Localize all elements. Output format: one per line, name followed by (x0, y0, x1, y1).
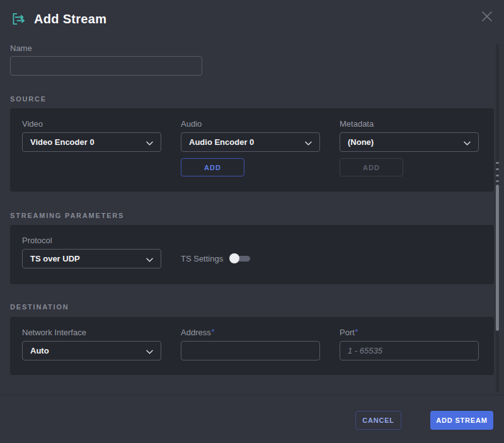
address-label: Address* (181, 328, 320, 337)
metadata-selected-value: (None) (348, 137, 374, 147)
metadata-column: Metadata (None) ADD (340, 119, 479, 176)
protocol-select[interactable]: TS over UDP (22, 249, 161, 268)
ts-settings-group: TS Settings (181, 253, 250, 263)
scrollbar-dot (496, 168, 499, 170)
audio-column: Audio Audio Encoder 0 ADD (181, 119, 320, 176)
metadata-select[interactable]: (None) (340, 132, 479, 152)
port-label: Port* (340, 328, 479, 337)
ts-settings-toggle[interactable] (229, 253, 250, 263)
toggle-knob (229, 253, 239, 263)
video-column: Video Video Encoder 0 (22, 119, 161, 176)
dialog-footer: CANCEL ADD STREAM (0, 394, 504, 443)
add-metadata-button-disabled: ADD (340, 158, 403, 176)
stream-output-icon (10, 11, 26, 27)
address-input[interactable] (181, 341, 320, 360)
audio-encoder-selected-value: Audio Encoder 0 (189, 137, 254, 147)
protocol-column: Protocol TS over UDP (22, 236, 161, 268)
address-required-asterisk: * (212, 328, 215, 337)
name-input[interactable] (10, 56, 202, 76)
video-encoder-selected-value: Video Encoder 0 (30, 137, 94, 147)
port-input[interactable] (340, 341, 479, 360)
name-label: Name (10, 43, 494, 53)
destination-panel: Network Interface Auto Address* Port* (10, 317, 494, 375)
add-stream-button[interactable]: ADD STREAM (430, 411, 493, 430)
audio-encoder-select[interactable]: Audio Encoder 0 (181, 132, 320, 152)
network-interface-label: Network Interface (22, 328, 161, 337)
port-required-asterisk: * (355, 328, 358, 337)
add-audio-button[interactable]: ADD (181, 158, 244, 176)
scrollbar-dot (496, 180, 499, 182)
streaming-parameters-panel: Protocol TS over UDP TS Settings (10, 225, 494, 284)
chevron-down-icon (305, 137, 312, 148)
protocol-label: Protocol (22, 236, 161, 245)
video-encoder-select[interactable]: Video Encoder 0 (22, 132, 161, 152)
dialog-header: Add Stream (10, 0, 494, 27)
source-panel: Video Video Encoder 0 Audio Audio Encode… (10, 108, 494, 192)
scrollbar-dot (496, 162, 499, 164)
network-interface-select[interactable]: Auto (22, 341, 161, 360)
ts-settings-label: TS Settings (181, 254, 223, 263)
audio-label: Audio (181, 119, 320, 129)
protocol-selected-value: TS over UDP (30, 254, 80, 263)
destination-section-heading: DESTINATION (10, 304, 494, 311)
network-interface-column: Network Interface Auto (22, 328, 161, 360)
chevron-down-icon (146, 137, 153, 148)
chevron-down-icon (146, 253, 153, 265)
close-icon[interactable] (479, 9, 495, 25)
add-stream-dialog: Add Stream Name SOURCE Video Video Encod… (0, 0, 504, 375)
streaming-parameters-heading: STREAMING PARAMETERS (10, 212, 494, 219)
scrollbar-thumb[interactable] (496, 185, 499, 331)
chevron-down-icon (146, 345, 153, 357)
chevron-down-icon (464, 137, 471, 148)
port-column: Port* (340, 328, 479, 360)
metadata-label: Metadata (340, 119, 479, 129)
network-interface-selected-value: Auto (30, 346, 49, 355)
source-section-heading: SOURCE (10, 96, 494, 103)
scrollbar-dot (496, 175, 499, 176)
address-column: Address* (181, 328, 320, 360)
name-field-group: Name (10, 43, 494, 76)
cancel-button[interactable]: CANCEL (355, 411, 401, 430)
dialog-title: Add Stream (34, 12, 106, 26)
video-label: Video (22, 119, 161, 129)
